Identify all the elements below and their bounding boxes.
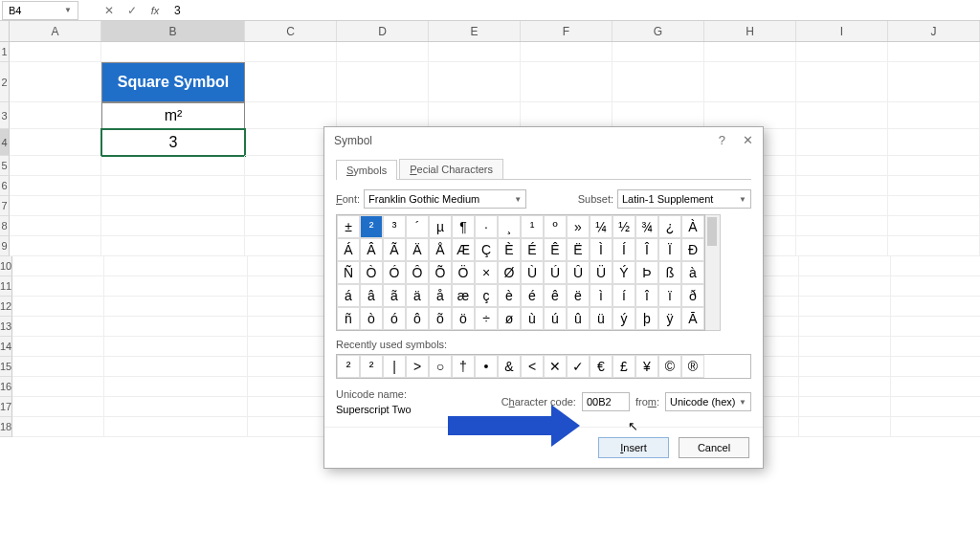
cell[interactable] bbox=[796, 176, 888, 196]
confirm-icon[interactable]: ✓ bbox=[121, 1, 144, 20]
tab-symbols[interactable]: SSymbolsymbols bbox=[336, 160, 397, 180]
cell[interactable] bbox=[10, 129, 101, 156]
cell[interactable] bbox=[888, 216, 980, 236]
column-header[interactable]: H bbox=[704, 21, 796, 41]
symbol-cell[interactable]: ý bbox=[612, 307, 635, 330]
cell[interactable] bbox=[101, 42, 245, 62]
row-header[interactable]: 10 bbox=[0, 256, 12, 276]
cell[interactable] bbox=[888, 236, 980, 256]
cell[interactable] bbox=[10, 216, 101, 236]
cell[interactable] bbox=[891, 337, 980, 357]
cell[interactable] bbox=[337, 102, 429, 129]
column-header[interactable]: D bbox=[337, 21, 429, 41]
cell[interactable] bbox=[337, 62, 429, 102]
cell[interactable] bbox=[891, 377, 980, 397]
symbol-cell[interactable]: å bbox=[429, 284, 452, 307]
symbol-cell[interactable]: ù bbox=[521, 307, 544, 330]
symbol-cell[interactable]: ¿ bbox=[658, 215, 681, 238]
row-header[interactable]: 7 bbox=[0, 196, 10, 216]
column-header[interactable]: C bbox=[245, 21, 337, 41]
cell[interactable] bbox=[12, 417, 104, 437]
symbol-cell[interactable]: ² bbox=[360, 215, 383, 238]
cell[interactable] bbox=[104, 337, 248, 357]
cell[interactable] bbox=[799, 377, 891, 397]
row-header[interactable]: 8 bbox=[0, 216, 10, 236]
cell[interactable] bbox=[888, 62, 980, 102]
recent-symbol-cell[interactable]: ² bbox=[360, 355, 383, 378]
symbol-cell[interactable]: µ bbox=[429, 215, 452, 238]
cell[interactable] bbox=[796, 129, 888, 156]
symbol-cell[interactable]: Ä bbox=[406, 238, 429, 261]
symbol-cell[interactable]: º bbox=[544, 215, 567, 238]
cell[interactable] bbox=[891, 317, 980, 337]
symbol-cell[interactable]: ÷ bbox=[475, 307, 498, 330]
cell[interactable] bbox=[10, 62, 101, 102]
cell[interactable] bbox=[612, 42, 704, 62]
symbol-cell[interactable]: æ bbox=[452, 284, 475, 307]
help-icon[interactable]: ? bbox=[719, 133, 725, 147]
cell[interactable] bbox=[891, 417, 980, 437]
from-combo[interactable]: Unicode (hex) ▼ bbox=[665, 392, 751, 411]
cell[interactable] bbox=[245, 42, 337, 62]
cell[interactable] bbox=[101, 216, 245, 236]
cell[interactable] bbox=[796, 102, 888, 129]
symbol-cell[interactable]: ¶ bbox=[452, 215, 475, 238]
symbol-cell[interactable]: Ö bbox=[452, 261, 475, 284]
cancel-icon[interactable]: ✕ bbox=[98, 1, 121, 20]
cell[interactable] bbox=[12, 276, 104, 297]
symbol-cell[interactable]: É bbox=[521, 238, 544, 261]
symbol-cell[interactable]: â bbox=[360, 284, 383, 307]
symbol-cell[interactable]: ä bbox=[406, 284, 429, 307]
name-box[interactable]: B4 ▼ bbox=[2, 1, 78, 20]
close-icon[interactable]: ✕ bbox=[743, 133, 753, 147]
symbol-cell[interactable]: í bbox=[612, 284, 635, 307]
cell[interactable] bbox=[12, 377, 104, 397]
cell[interactable] bbox=[104, 276, 248, 297]
cell[interactable] bbox=[12, 256, 104, 276]
cell[interactable] bbox=[891, 276, 980, 297]
cell[interactable] bbox=[101, 156, 245, 176]
symbol-cell[interactable]: ¸ bbox=[498, 215, 521, 238]
symbol-cell[interactable]: Û bbox=[567, 261, 590, 284]
cell[interactable] bbox=[10, 236, 101, 256]
symbol-cell[interactable]: » bbox=[567, 215, 590, 238]
cell[interactable] bbox=[891, 256, 980, 276]
symbol-cell[interactable]: Ñ bbox=[337, 261, 360, 284]
row-header[interactable]: 15 bbox=[0, 357, 12, 377]
cell[interactable] bbox=[429, 62, 521, 102]
symbol-cell[interactable]: Ë bbox=[567, 238, 590, 261]
symbol-cell[interactable]: ³ bbox=[383, 215, 406, 238]
cell[interactable] bbox=[101, 236, 245, 256]
symbol-cell[interactable]: ð bbox=[681, 284, 704, 307]
cell[interactable] bbox=[891, 397, 980, 417]
column-header[interactable]: B bbox=[101, 21, 245, 41]
select-all-corner[interactable] bbox=[0, 21, 10, 41]
cell[interactable] bbox=[104, 357, 248, 377]
cell[interactable]: m² bbox=[101, 102, 245, 129]
column-header[interactable]: F bbox=[521, 21, 612, 41]
cell[interactable] bbox=[104, 377, 248, 397]
symbol-cell[interactable]: Ø bbox=[498, 261, 521, 284]
row-header[interactable]: 11 bbox=[0, 276, 12, 297]
row-header[interactable]: 14 bbox=[0, 337, 12, 357]
symbol-cell[interactable]: Ú bbox=[544, 261, 567, 284]
cell[interactable] bbox=[799, 357, 891, 377]
recent-symbol-cell[interactable]: & bbox=[498, 355, 521, 378]
symbol-cell[interactable]: ö bbox=[452, 307, 475, 330]
symbol-cell[interactable]: · bbox=[475, 215, 498, 238]
cell[interactable] bbox=[337, 42, 429, 62]
cell[interactable] bbox=[12, 337, 104, 357]
symbol-cell[interactable]: ´ bbox=[406, 215, 429, 238]
symbol-cell[interactable]: ë bbox=[567, 284, 590, 307]
symbol-cell[interactable]: Ā bbox=[681, 307, 704, 330]
cell[interactable] bbox=[799, 397, 891, 417]
symbol-cell[interactable]: ÿ bbox=[658, 307, 681, 330]
cell[interactable] bbox=[521, 62, 612, 102]
cell[interactable]: Square Symbol bbox=[101, 62, 245, 102]
symbol-cell[interactable]: Þ bbox=[635, 261, 658, 284]
row-header[interactable]: 5 bbox=[0, 156, 10, 176]
symbol-cell[interactable]: þ bbox=[635, 307, 658, 330]
symbol-cell[interactable]: Å bbox=[429, 238, 452, 261]
symbol-cell[interactable]: Ô bbox=[406, 261, 429, 284]
symbol-cell[interactable]: Ý bbox=[612, 261, 635, 284]
